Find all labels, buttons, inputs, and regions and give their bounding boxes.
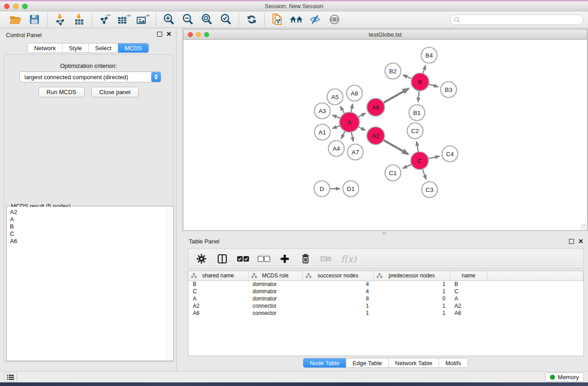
edge-C-C1[interactable] (402, 165, 411, 169)
mcds-result-item[interactable]: C (10, 230, 166, 238)
edge-A6-B[interactable] (384, 88, 409, 103)
node-A7[interactable]: A7 (348, 144, 363, 160)
select-all-checks-icon[interactable] (237, 252, 249, 266)
column-header-name[interactable]: name (450, 271, 487, 281)
show-column-icon[interactable] (216, 252, 229, 266)
maximize-window-button[interactable] (22, 4, 28, 9)
node-D1[interactable]: D1 (343, 181, 359, 197)
splitter-grip[interactable] (382, 232, 386, 234)
table-row[interactable]: A2connector11A2 (188, 302, 583, 310)
network-maximize-button[interactable] (204, 32, 209, 37)
edge-A-A5[interactable] (340, 106, 344, 113)
import-table-icon[interactable] (72, 13, 86, 26)
export-network-icon[interactable] (98, 13, 112, 26)
search-input[interactable] (450, 14, 583, 25)
node-A1[interactable]: A1 (315, 124, 330, 140)
add-column-icon[interactable] (278, 252, 291, 266)
node-B[interactable]: B (411, 73, 429, 91)
edge-A-A6[interactable] (359, 113, 366, 117)
tab-network-table[interactable]: Network Table (389, 358, 439, 367)
float-panel-icon[interactable] (157, 32, 162, 37)
export-table-icon[interactable] (117, 13, 131, 26)
tab-motifs[interactable]: Motifs (439, 358, 468, 367)
node-D[interactable]: D (314, 181, 330, 197)
resize-handle-icon[interactable] (581, 224, 587, 230)
edge-A-A3[interactable] (332, 115, 340, 118)
show-all-icon[interactable] (327, 13, 342, 26)
edge-A-A2[interactable] (359, 127, 365, 131)
hide-selected-icon[interactable] (308, 13, 323, 26)
node-A4[interactable]: A4 (329, 141, 344, 157)
task-history-button[interactable] (4, 372, 17, 382)
node-A8[interactable]: A8 (347, 86, 363, 101)
node-A[interactable]: A (339, 112, 359, 132)
mcds-result-list[interactable]: A2ABCA6 (7, 207, 166, 360)
deselect-all-checks-icon[interactable] (258, 252, 270, 266)
network-view-window[interactable]: testGlobe.txt B4B2BB3A5A8A6A3B1AA1C2A2A4… (183, 29, 588, 231)
table-row[interactable]: Bdominator41B (188, 281, 583, 288)
edge-B-B2[interactable] (403, 75, 411, 79)
node-table[interactable]: shared nameMCDS rolesuccessor nodesprede… (188, 271, 584, 356)
mcds-result-item[interactable]: A (10, 216, 166, 223)
node-B2[interactable]: B2 (385, 63, 401, 79)
node-A5[interactable]: A5 (327, 89, 343, 105)
table-row[interactable]: Cdominator41C (188, 288, 583, 295)
close-panel-button[interactable]: Close panel (91, 87, 139, 97)
node-B3[interactable]: B3 (441, 82, 457, 98)
node-C3[interactable]: C3 (422, 182, 438, 198)
node-A6[interactable]: A6 (367, 99, 385, 116)
tab-mcds[interactable]: MCDS (118, 43, 148, 52)
column-header-successor-nodes[interactable]: successor nodes (302, 271, 373, 281)
settings-gear-icon[interactable] (195, 252, 208, 266)
memory-button[interactable]: Memory (545, 372, 584, 382)
network-window-titlebar[interactable]: testGlobe.txt (183, 29, 587, 40)
first-neighbors-icon[interactable] (289, 13, 304, 26)
tab-edge-table[interactable]: Edge Table (346, 358, 389, 367)
column-header-predecessor-nodes[interactable]: predecessor nodes (373, 271, 450, 281)
mcds-result-scrollbar[interactable] (166, 207, 173, 360)
edge-A-A7[interactable] (351, 133, 353, 142)
edge-A-A4[interactable] (341, 132, 345, 139)
node-B1[interactable]: B1 (409, 105, 425, 121)
edge-C-C4[interactable] (429, 156, 440, 158)
node-C1[interactable]: C1 (385, 165, 401, 181)
network-close-button[interactable] (188, 32, 193, 37)
mcds-result-item[interactable]: B (10, 223, 166, 230)
zoom-fit-icon[interactable] (200, 13, 214, 26)
tab-node-table[interactable]: Node Table (303, 358, 346, 367)
delete-column-icon[interactable] (299, 252, 312, 266)
edge-C-C3[interactable] (423, 169, 426, 179)
edge-B-B4[interactable] (423, 65, 426, 73)
node-C[interactable]: C (411, 152, 429, 170)
edge-B-B1[interactable] (418, 91, 419, 102)
table-row[interactable]: A6connector11A6 (188, 310, 583, 317)
node-B4[interactable]: B4 (421, 48, 437, 63)
minimize-window-button[interactable] (13, 4, 19, 9)
zoom-in-icon[interactable] (162, 13, 176, 26)
node-C4[interactable]: C4 (442, 146, 458, 162)
node-A3[interactable]: A3 (315, 103, 330, 119)
edge-C-C2[interactable] (417, 141, 418, 151)
run-mcds-button[interactable]: Run MCDS (38, 87, 85, 97)
delete-table-icon[interactable] (320, 252, 333, 266)
mcds-result-item[interactable]: A2 (10, 209, 166, 216)
edge-A2-C[interactable] (384, 140, 408, 154)
network-minimize-button[interactable] (196, 32, 201, 37)
refresh-layout-icon[interactable] (244, 13, 259, 26)
zoom-out-icon[interactable] (181, 13, 195, 26)
export-image-icon[interactable] (136, 13, 150, 26)
edge-A-A8[interactable] (351, 104, 353, 112)
window-titlebar[interactable]: Session: New Session (0, 1, 588, 11)
save-session-icon[interactable] (27, 13, 42, 26)
node-C2[interactable]: C2 (407, 123, 423, 139)
node-A2[interactable]: A2 (367, 127, 385, 145)
function-builder-icon[interactable]: f(x) (341, 253, 356, 264)
edge-B-B3[interactable] (429, 84, 439, 87)
horizontal-splitter[interactable] (177, 231, 588, 235)
optimization-criterion-select[interactable]: largest connected component (directed) (19, 71, 161, 82)
tab-style[interactable]: Style (62, 43, 89, 52)
zoom-selected-icon[interactable] (219, 13, 233, 26)
network-canvas[interactable]: B4B2BB3A5A8A6A3B1AA1C2A2A4A7C4CC1DD1C3 (183, 40, 587, 230)
close-table-panel-icon[interactable]: ✕ (578, 239, 583, 244)
import-network-icon[interactable] (53, 13, 67, 26)
